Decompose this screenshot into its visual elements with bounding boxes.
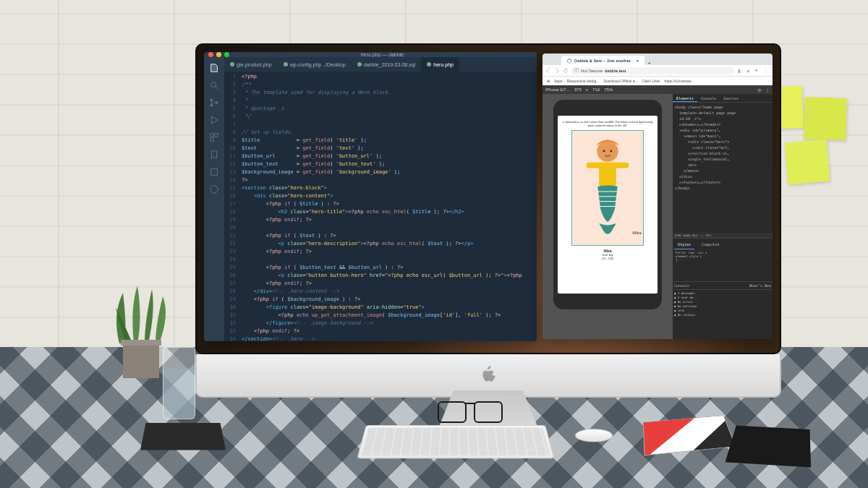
- device-width[interactable]: 375: [574, 87, 582, 92]
- devtools-tab[interactable]: Sources: [720, 94, 742, 102]
- avatar-icon[interactable]: ●: [755, 68, 761, 74]
- svg-rect-13: [123, 342, 159, 378]
- imac-screen: hero.php — dabble gle-product.phpwp-conf…: [195, 43, 781, 354]
- forward-icon[interactable]: [554, 68, 560, 74]
- svg-rect-6: [210, 138, 213, 141]
- source-control-icon[interactable]: [209, 98, 219, 108]
- tab-computed[interactable]: Computed: [698, 240, 723, 249]
- responsive-viewport: is donated to us and comes from landfill…: [542, 94, 673, 339]
- console-filter-item[interactable]: ● 2 messages: [674, 291, 771, 295]
- product-label-text: Mika: [632, 231, 642, 235]
- ext-icon[interactable]: ◧: [738, 68, 744, 74]
- notebook-large: [726, 426, 812, 468]
- svg-point-3: [216, 101, 218, 104]
- chrome-tabstrip: ◯ Dabble & Sew – Just another... × +: [542, 53, 773, 65]
- imac: hero.php — dabble gle-product.phpwp-conf…: [195, 43, 781, 448]
- device-toolbar: iPhone 6/7... 375× 716 75% ⟲ ⋮: [542, 85, 773, 94]
- wp-icon[interactable]: [209, 184, 219, 194]
- maximize-icon[interactable]: [224, 52, 229, 57]
- console-filter-item[interactable]: ● No warnings: [674, 304, 771, 308]
- bookmark-item[interactable]: Apps: [554, 79, 562, 83]
- device-zoom[interactable]: 75%: [604, 87, 613, 92]
- tab-favicon-icon: ◯: [567, 58, 572, 63]
- sticky-note: [804, 97, 847, 140]
- bookmarks-bar: ⊞AppsResponsive backg...Download Officia…: [542, 77, 773, 85]
- more-icon[interactable]: ⋮: [765, 87, 770, 93]
- files-icon[interactable]: [209, 63, 219, 73]
- svg-rect-14: [121, 340, 161, 346]
- address-bar[interactable]: ⓘ Not Secure dabble.test: [571, 67, 735, 74]
- extensions-icon[interactable]: [209, 132, 219, 142]
- code-editor[interactable]: 1234567891011121314151617181920212223242…: [224, 72, 537, 341]
- close-icon[interactable]: [208, 52, 213, 57]
- ext-icon[interactable]: ◈: [746, 68, 752, 74]
- svg-point-11: [610, 150, 612, 153]
- bookmark-item[interactable]: Open Units: [642, 79, 660, 83]
- sticky-note: [785, 140, 830, 185]
- chrome-window[interactable]: ◯ Dabble & Sew – Just another... × + ⓘ N…: [542, 53, 773, 339]
- elements-tree[interactable]: <body class="home page- template-default…: [673, 103, 773, 233]
- debug-icon[interactable]: [209, 115, 219, 125]
- console-filter-item[interactable]: ● No errors: [674, 300, 771, 304]
- editor-tabs: gle-product.phpwp-config.php ../Desktopd…: [224, 57, 537, 72]
- svg-point-0: [211, 82, 216, 87]
- devtools-tab[interactable]: Elements: [673, 94, 697, 102]
- bookmark-item[interactable]: Responsive backg...: [566, 79, 599, 83]
- editor-tab[interactable]: hero.php: [421, 57, 459, 72]
- console-filter-item[interactable]: ● No verbose: [674, 313, 771, 317]
- console-filter-item[interactable]: ● info: [674, 309, 771, 312]
- info-icon[interactable]: ⓘ: [574, 67, 579, 74]
- svg-point-2: [210, 104, 213, 107]
- device-height[interactable]: 716: [592, 87, 600, 92]
- device-select[interactable]: iPhone 6/7...: [545, 87, 570, 92]
- svg-point-9: [597, 140, 618, 161]
- water-glass: [163, 347, 195, 419]
- devtools-panel[interactable]: ElementsConsoleSources <body class="home…: [673, 94, 773, 339]
- styles-panel[interactable]: Styles Computed Filter :hov .cls +elemen…: [673, 238, 773, 281]
- chrome-toolbar: ⓘ Not Secure dabble.test ◧ ◈ ● ⋮: [542, 65, 773, 77]
- back-icon[interactable]: [545, 68, 551, 74]
- editor-tab[interactable]: wp-config.php ../Desktop: [278, 57, 352, 72]
- product-price: £9 – £18: [602, 257, 613, 260]
- editor-tab[interactable]: dabble_2019-03-08.sql: [352, 57, 422, 72]
- menu-icon[interactable]: ⋮: [764, 68, 770, 74]
- apps-icon[interactable]: ⊞: [547, 79, 550, 83]
- product-image: Mika: [571, 130, 644, 246]
- minimize-icon[interactable]: [216, 52, 221, 57]
- svg-point-1: [210, 99, 213, 102]
- elements-breadcrumb[interactable]: html body div ... div: [673, 233, 773, 238]
- rotate-icon[interactable]: ⟲: [757, 87, 761, 93]
- page-content[interactable]: is donated to us and comes from landfill…: [558, 116, 658, 294]
- console-tab[interactable]: Console: [674, 283, 689, 288]
- close-icon[interactable]: ×: [636, 59, 639, 63]
- devtools-tab[interactable]: Console: [697, 94, 720, 102]
- console-panel[interactable]: Console What's New ● 2 messages● 2 user …: [673, 281, 773, 339]
- tab-title: Dabble & Sew – Just another...: [574, 59, 634, 63]
- svg-rect-5: [215, 134, 218, 137]
- browser-tab[interactable]: ◯ Dabble & Sew – Just another... ×: [561, 56, 644, 65]
- svg-rect-4: [210, 134, 213, 137]
- vscode-window[interactable]: hero.php — dabble gle-product.phpwp-conf…: [204, 52, 537, 341]
- bookmark-icon[interactable]: [209, 150, 219, 160]
- todo-icon[interactable]: [209, 167, 219, 177]
- security-label: Not Secure: [581, 69, 603, 73]
- bookmark-item[interactable]: Download Official a...: [603, 79, 637, 83]
- product-desc: is donated to us and comes from landfill…: [562, 120, 653, 127]
- apple-logo-icon: [480, 366, 496, 385]
- console-filter-item[interactable]: ● 2 user me...: [674, 296, 771, 299]
- activity-bar: [204, 57, 224, 341]
- reload-icon[interactable]: [563, 68, 569, 74]
- vscode-titlebar[interactable]: hero.php — dabble: [204, 52, 537, 57]
- svg-rect-7: [211, 169, 218, 176]
- window-title: hero.php — dabble: [232, 52, 532, 57]
- tab-styles[interactable]: Styles: [674, 240, 694, 249]
- eyeglasses: [438, 401, 503, 427]
- keyboard: [357, 425, 554, 458]
- address-text: dabble.test: [605, 69, 626, 73]
- phone-frame: is donated to us and comes from landfill…: [553, 100, 662, 309]
- bookmark-item[interactable]: https://conversat...: [665, 79, 694, 83]
- svg-point-8: [210, 186, 218, 194]
- search-icon[interactable]: [209, 80, 219, 90]
- editor-tab[interactable]: gle-product.php: [224, 57, 278, 72]
- svg-point-10: [603, 150, 605, 153]
